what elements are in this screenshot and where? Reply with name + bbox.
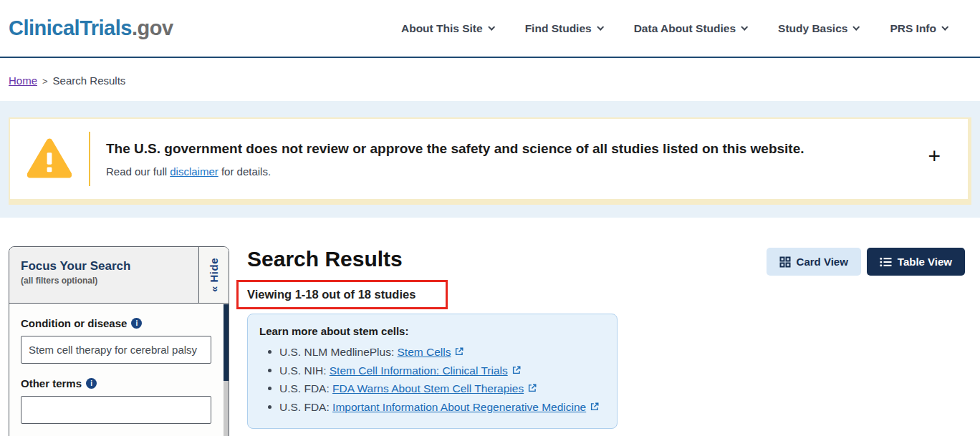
logo-suffix-text: .gov [132, 16, 173, 39]
nav-label: PRS Info [890, 22, 936, 35]
table-view-label: Table View [898, 256, 952, 268]
list-item: U.S. NIH: Stem Cell Information: Clinica… [259, 362, 602, 380]
stem-cells-link[interactable]: Stem Cells [398, 346, 451, 358]
chevron-down-icon [597, 23, 604, 30]
condition-or-disease-input[interactable] [21, 336, 211, 364]
breadcrumb-home-link[interactable]: Home [9, 74, 37, 87]
fda-warns-link[interactable]: FDA Warns About Stem Cell Therapies [332, 382, 524, 394]
other-terms-field-label: Other terms i [21, 377, 211, 389]
nav-label: Study Basics [778, 22, 847, 35]
info-box-heading: Learn more about stem cells: [259, 325, 602, 337]
info-icon[interactable]: i [86, 378, 97, 389]
chevron-down-icon [741, 23, 748, 30]
site-header: ClinicalTrials.gov About This Site Find … [0, 0, 980, 58]
chevron-down-icon [941, 23, 948, 30]
list-item: U.S. FDA: Important Information About Re… [259, 398, 602, 417]
sidebar-scrollbar-thumb[interactable] [224, 304, 229, 381]
stem-cell-info-box: Learn more about stem cells: U.S. NLM Me… [247, 314, 618, 429]
expand-alert-button[interactable]: + [918, 145, 951, 167]
external-link-icon [590, 402, 600, 412]
table-view-button[interactable]: Table View [867, 248, 965, 276]
disclaimer-link[interactable]: disclaimer [170, 165, 218, 178]
page-title: Search Results [247, 246, 403, 272]
list-item: U.S. NLM MedlinePlus: Stem Cells [259, 343, 602, 362]
hide-filters-label: « Hide [208, 258, 220, 292]
breadcrumb: Home>Search Results [0, 58, 980, 101]
external-link-icon [527, 383, 537, 393]
government-disclaimer-alert: The U.S. government does not review or a… [9, 117, 971, 205]
info-box-list: U.S. NLM MedlinePlus: Stem Cells U.S. NI… [259, 343, 602, 416]
hide-filters-button[interactable]: « Hide [198, 247, 229, 303]
stem-cell-information-link[interactable]: Stem Cell Information: Clinical Trials [330, 364, 508, 377]
sidebar-scrollbar[interactable] [224, 304, 229, 436]
nav-about-this-site[interactable]: About This Site [401, 22, 494, 35]
other-terms-input[interactable] [21, 396, 211, 424]
filters-subtitle: (all filters optional) [21, 276, 187, 286]
alert-body-prefix: Read our full [106, 165, 170, 178]
alert-body: Read our full disclaimer for details. [106, 165, 918, 178]
chevron-down-icon [488, 23, 495, 30]
breadcrumb-current: Search Results [53, 74, 126, 87]
external-link-icon [511, 365, 522, 375]
nav-label: Data About Studies [634, 22, 736, 35]
list-item: U.S. FDA: FDA Warns About Stem Cell Ther… [259, 379, 602, 398]
grid-icon [779, 256, 791, 268]
regenerative-medicine-link[interactable]: Important Information About Regenerative… [332, 401, 586, 413]
list-icon [880, 257, 892, 267]
filters-panel-titles: Focus Your Search (all filters optional) [9, 247, 198, 303]
results-header: Search Results Card View [247, 246, 965, 276]
nav-prs-info[interactable]: PRS Info [890, 22, 947, 35]
nav-find-studies[interactable]: Find Studies [525, 22, 602, 35]
alert-divider [89, 132, 90, 186]
nav-label: About This Site [401, 22, 483, 35]
nav-label: Find Studies [525, 22, 592, 35]
view-toggle-group: Card View Table View [767, 248, 965, 276]
alert-title: The U.S. government does not review or a… [106, 141, 918, 157]
nav-data-about-studies[interactable]: Data About Studies [634, 22, 746, 35]
alert-body-suffix: for details. [218, 165, 271, 178]
condition-field-label: Condition or disease i [21, 317, 211, 329]
page: ClinicalTrials.gov About This Site Find … [0, 0, 980, 436]
chevron-down-icon [853, 23, 860, 30]
nav-study-basics[interactable]: Study Basics [778, 22, 858, 35]
results-count-text: Viewing 1-18 out of 18 studies [247, 288, 415, 301]
filters-panel-header: Focus Your Search (all filters optional)… [9, 247, 229, 304]
external-link-icon [454, 347, 464, 357]
alert-text: The U.S. government does not review or a… [106, 141, 918, 178]
filters-title: Focus Your Search [21, 259, 187, 273]
card-view-label: Card View [797, 256, 848, 268]
breadcrumb-separator: > [42, 76, 48, 87]
double-chevron-left-icon: « [208, 286, 220, 292]
results-count: Viewing 1-18 out of 18 studies [247, 280, 965, 309]
info-icon[interactable]: i [131, 318, 142, 329]
disclaimer-band: The U.S. government does not review or a… [0, 101, 980, 218]
site-logo[interactable]: ClinicalTrials.gov [9, 16, 173, 40]
logo-primary-text: ClinicalTrials [9, 16, 132, 39]
main-content: Focus Your Search (all filters optional)… [0, 218, 980, 436]
card-view-button[interactable]: Card View [767, 248, 861, 276]
warning-icon [10, 138, 89, 180]
filters-panel: Focus Your Search (all filters optional)… [9, 246, 229, 436]
results-column: Search Results Card View [247, 246, 965, 429]
primary-nav: About This Site Find Studies Data About … [401, 22, 947, 35]
filters-panel-body: Condition or disease i Other terms i [9, 304, 229, 436]
